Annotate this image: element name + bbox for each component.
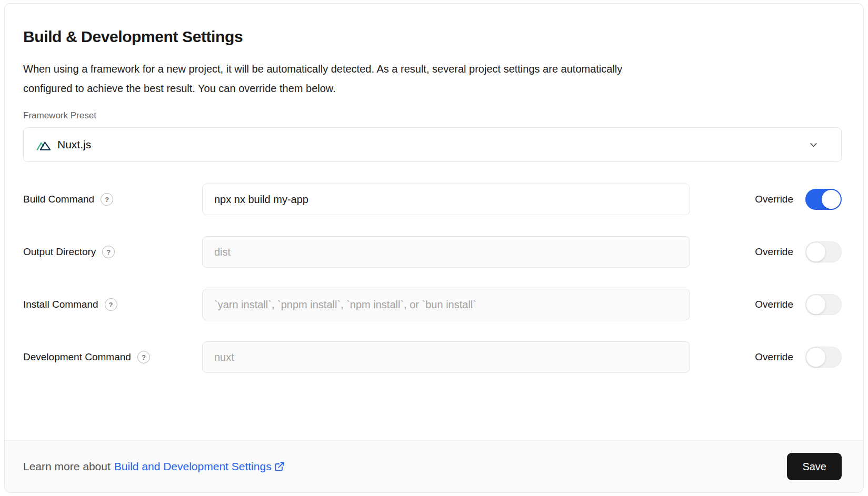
override-label: Override xyxy=(755,299,793,310)
learn-more-text: Learn more about Build and Development S… xyxy=(23,460,285,473)
setting-row: Development Command ? Override xyxy=(23,341,842,373)
chevron-down-icon xyxy=(809,140,818,149)
card-content: Build & Development Settings When using … xyxy=(5,4,863,440)
section-description: When using a framework for a new project… xyxy=(23,59,842,98)
setting-label: Build Command xyxy=(23,194,94,205)
setting-input[interactable] xyxy=(202,289,690,320)
setting-input[interactable] xyxy=(202,184,690,215)
description-line-2: configured to achieve the best result. Y… xyxy=(23,79,842,98)
setting-input[interactable] xyxy=(202,341,690,373)
setting-input[interactable] xyxy=(202,236,690,268)
toggle-knob xyxy=(806,295,825,314)
setting-label: Output Directory xyxy=(23,246,96,258)
setting-row: Output Directory ? Override xyxy=(23,236,842,268)
description-line-1: When using a framework for a new project… xyxy=(23,59,842,79)
override-toggle[interactable] xyxy=(805,241,842,262)
override-label: Override xyxy=(755,351,793,363)
setting-row: Install Command ? Override xyxy=(23,289,842,320)
external-link-icon xyxy=(274,461,285,472)
save-button[interactable]: Save xyxy=(787,453,842,480)
help-icon[interactable]: ? xyxy=(105,298,117,311)
build-settings-card: Build & Development Settings When using … xyxy=(4,3,864,493)
setting-label: Install Command xyxy=(23,299,98,310)
toggle-knob xyxy=(822,190,841,209)
override-label: Override xyxy=(755,194,793,205)
help-icon[interactable]: ? xyxy=(102,246,115,258)
build-settings-docs-link[interactable]: Build and Development Settings xyxy=(114,460,285,473)
card-footer: Learn more about Build and Development S… xyxy=(5,440,863,492)
toggle-knob xyxy=(806,348,825,367)
setting-row: Build Command ? Override xyxy=(23,184,842,215)
settings-rows: Build Command ? Override Output Director… xyxy=(23,184,842,373)
override-toggle[interactable] xyxy=(805,347,842,368)
framework-preset-value: Nuxt.js xyxy=(57,138,91,151)
toggle-knob xyxy=(806,242,825,261)
docs-link-label: Build and Development Settings xyxy=(114,460,272,473)
help-icon[interactable]: ? xyxy=(137,351,150,363)
page-title: Build & Development Settings xyxy=(23,28,842,46)
learn-more-prefix: Learn more about xyxy=(23,460,111,473)
framework-preset-select[interactable]: Nuxt.js xyxy=(23,127,842,162)
help-icon[interactable]: ? xyxy=(101,193,113,206)
override-toggle[interactable] xyxy=(805,189,842,210)
setting-label: Development Command xyxy=(23,351,131,363)
override-toggle[interactable] xyxy=(805,294,842,315)
nuxt-logo-icon xyxy=(36,138,51,151)
framework-preset-label: Framework Preset xyxy=(23,110,842,121)
framework-preset-group: Framework Preset Nuxt.js xyxy=(23,110,842,162)
override-label: Override xyxy=(755,246,793,258)
